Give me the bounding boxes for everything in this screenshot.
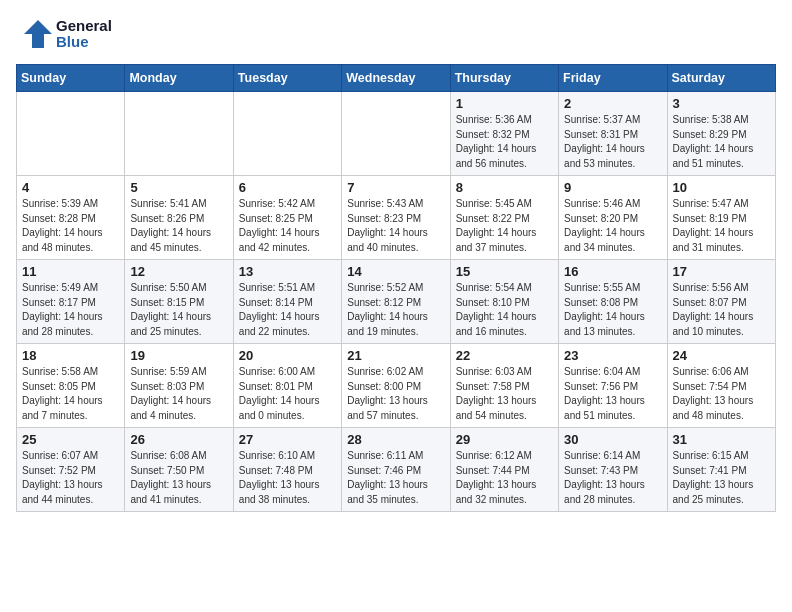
calendar-cell: 17Sunrise: 5:56 AM Sunset: 8:07 PM Dayli… bbox=[667, 260, 775, 344]
calendar-cell: 19Sunrise: 5:59 AM Sunset: 8:03 PM Dayli… bbox=[125, 344, 233, 428]
cell-info: Sunrise: 5:45 AM Sunset: 8:22 PM Dayligh… bbox=[456, 197, 553, 255]
calendar-cell: 26Sunrise: 6:08 AM Sunset: 7:50 PM Dayli… bbox=[125, 428, 233, 512]
calendar-cell: 24Sunrise: 6:06 AM Sunset: 7:54 PM Dayli… bbox=[667, 344, 775, 428]
cell-info: Sunrise: 6:10 AM Sunset: 7:48 PM Dayligh… bbox=[239, 449, 336, 507]
cell-info: Sunrise: 5:47 AM Sunset: 8:19 PM Dayligh… bbox=[673, 197, 770, 255]
cell-info: Sunrise: 5:43 AM Sunset: 8:23 PM Dayligh… bbox=[347, 197, 444, 255]
day-number: 9 bbox=[564, 180, 661, 195]
calendar-week-row: 1Sunrise: 5:36 AM Sunset: 8:32 PM Daylig… bbox=[17, 92, 776, 176]
day-number: 19 bbox=[130, 348, 227, 363]
cell-info: Sunrise: 6:15 AM Sunset: 7:41 PM Dayligh… bbox=[673, 449, 770, 507]
calendar-cell: 9Sunrise: 5:46 AM Sunset: 8:20 PM Daylig… bbox=[559, 176, 667, 260]
calendar-cell: 12Sunrise: 5:50 AM Sunset: 8:15 PM Dayli… bbox=[125, 260, 233, 344]
calendar-week-row: 18Sunrise: 5:58 AM Sunset: 8:05 PM Dayli… bbox=[17, 344, 776, 428]
cell-info: Sunrise: 5:39 AM Sunset: 8:28 PM Dayligh… bbox=[22, 197, 119, 255]
calendar-cell: 10Sunrise: 5:47 AM Sunset: 8:19 PM Dayli… bbox=[667, 176, 775, 260]
cell-info: Sunrise: 6:02 AM Sunset: 8:00 PM Dayligh… bbox=[347, 365, 444, 423]
calendar-header-row: SundayMondayTuesdayWednesdayThursdayFrid… bbox=[17, 65, 776, 92]
day-number: 16 bbox=[564, 264, 661, 279]
calendar-cell: 22Sunrise: 6:03 AM Sunset: 7:58 PM Dayli… bbox=[450, 344, 558, 428]
calendar-cell: 23Sunrise: 6:04 AM Sunset: 7:56 PM Dayli… bbox=[559, 344, 667, 428]
calendar-cell: 21Sunrise: 6:02 AM Sunset: 8:00 PM Dayli… bbox=[342, 344, 450, 428]
header-saturday: Saturday bbox=[667, 65, 775, 92]
page-header: GeneralBlue bbox=[16, 16, 776, 52]
calendar-cell: 4Sunrise: 5:39 AM Sunset: 8:28 PM Daylig… bbox=[17, 176, 125, 260]
cell-info: Sunrise: 5:41 AM Sunset: 8:26 PM Dayligh… bbox=[130, 197, 227, 255]
day-number: 7 bbox=[347, 180, 444, 195]
logo: GeneralBlue bbox=[16, 16, 112, 52]
calendar-cell: 31Sunrise: 6:15 AM Sunset: 7:41 PM Dayli… bbox=[667, 428, 775, 512]
cell-info: Sunrise: 5:51 AM Sunset: 8:14 PM Dayligh… bbox=[239, 281, 336, 339]
calendar-table: SundayMondayTuesdayWednesdayThursdayFrid… bbox=[16, 64, 776, 512]
day-number: 10 bbox=[673, 180, 770, 195]
cell-info: Sunrise: 6:11 AM Sunset: 7:46 PM Dayligh… bbox=[347, 449, 444, 507]
day-number: 31 bbox=[673, 432, 770, 447]
day-number: 8 bbox=[456, 180, 553, 195]
day-number: 2 bbox=[564, 96, 661, 111]
day-number: 27 bbox=[239, 432, 336, 447]
cell-info: Sunrise: 5:50 AM Sunset: 8:15 PM Dayligh… bbox=[130, 281, 227, 339]
cell-info: Sunrise: 6:12 AM Sunset: 7:44 PM Dayligh… bbox=[456, 449, 553, 507]
day-number: 1 bbox=[456, 96, 553, 111]
cell-info: Sunrise: 5:55 AM Sunset: 8:08 PM Dayligh… bbox=[564, 281, 661, 339]
calendar-cell: 3Sunrise: 5:38 AM Sunset: 8:29 PM Daylig… bbox=[667, 92, 775, 176]
day-number: 22 bbox=[456, 348, 553, 363]
cell-info: Sunrise: 6:03 AM Sunset: 7:58 PM Dayligh… bbox=[456, 365, 553, 423]
day-number: 28 bbox=[347, 432, 444, 447]
day-number: 11 bbox=[22, 264, 119, 279]
cell-info: Sunrise: 6:08 AM Sunset: 7:50 PM Dayligh… bbox=[130, 449, 227, 507]
calendar-cell: 29Sunrise: 6:12 AM Sunset: 7:44 PM Dayli… bbox=[450, 428, 558, 512]
header-thursday: Thursday bbox=[450, 65, 558, 92]
calendar-cell: 8Sunrise: 5:45 AM Sunset: 8:22 PM Daylig… bbox=[450, 176, 558, 260]
day-number: 6 bbox=[239, 180, 336, 195]
cell-info: Sunrise: 5:36 AM Sunset: 8:32 PM Dayligh… bbox=[456, 113, 553, 171]
day-number: 24 bbox=[673, 348, 770, 363]
calendar-week-row: 25Sunrise: 6:07 AM Sunset: 7:52 PM Dayli… bbox=[17, 428, 776, 512]
cell-info: Sunrise: 5:38 AM Sunset: 8:29 PM Dayligh… bbox=[673, 113, 770, 171]
calendar-cell: 27Sunrise: 6:10 AM Sunset: 7:48 PM Dayli… bbox=[233, 428, 341, 512]
header-wednesday: Wednesday bbox=[342, 65, 450, 92]
cell-info: Sunrise: 6:04 AM Sunset: 7:56 PM Dayligh… bbox=[564, 365, 661, 423]
cell-info: Sunrise: 6:14 AM Sunset: 7:43 PM Dayligh… bbox=[564, 449, 661, 507]
cell-info: Sunrise: 6:07 AM Sunset: 7:52 PM Dayligh… bbox=[22, 449, 119, 507]
calendar-cell: 15Sunrise: 5:54 AM Sunset: 8:10 PM Dayli… bbox=[450, 260, 558, 344]
logo-icon bbox=[16, 16, 52, 52]
calendar-cell: 1Sunrise: 5:36 AM Sunset: 8:32 PM Daylig… bbox=[450, 92, 558, 176]
calendar-cell: 28Sunrise: 6:11 AM Sunset: 7:46 PM Dayli… bbox=[342, 428, 450, 512]
day-number: 17 bbox=[673, 264, 770, 279]
day-number: 13 bbox=[239, 264, 336, 279]
header-monday: Monday bbox=[125, 65, 233, 92]
day-number: 3 bbox=[673, 96, 770, 111]
cell-info: Sunrise: 5:54 AM Sunset: 8:10 PM Dayligh… bbox=[456, 281, 553, 339]
day-number: 30 bbox=[564, 432, 661, 447]
calendar-cell: 13Sunrise: 5:51 AM Sunset: 8:14 PM Dayli… bbox=[233, 260, 341, 344]
calendar-cell: 7Sunrise: 5:43 AM Sunset: 8:23 PM Daylig… bbox=[342, 176, 450, 260]
day-number: 21 bbox=[347, 348, 444, 363]
day-number: 25 bbox=[22, 432, 119, 447]
calendar-cell: 6Sunrise: 5:42 AM Sunset: 8:25 PM Daylig… bbox=[233, 176, 341, 260]
calendar-cell: 5Sunrise: 5:41 AM Sunset: 8:26 PM Daylig… bbox=[125, 176, 233, 260]
cell-info: Sunrise: 5:42 AM Sunset: 8:25 PM Dayligh… bbox=[239, 197, 336, 255]
calendar-cell: 25Sunrise: 6:07 AM Sunset: 7:52 PM Dayli… bbox=[17, 428, 125, 512]
cell-info: Sunrise: 5:56 AM Sunset: 8:07 PM Dayligh… bbox=[673, 281, 770, 339]
day-number: 29 bbox=[456, 432, 553, 447]
calendar-cell: 2Sunrise: 5:37 AM Sunset: 8:31 PM Daylig… bbox=[559, 92, 667, 176]
day-number: 12 bbox=[130, 264, 227, 279]
header-tuesday: Tuesday bbox=[233, 65, 341, 92]
calendar-cell bbox=[342, 92, 450, 176]
day-number: 26 bbox=[130, 432, 227, 447]
cell-info: Sunrise: 5:52 AM Sunset: 8:12 PM Dayligh… bbox=[347, 281, 444, 339]
day-number: 18 bbox=[22, 348, 119, 363]
day-number: 4 bbox=[22, 180, 119, 195]
day-number: 14 bbox=[347, 264, 444, 279]
cell-info: Sunrise: 5:37 AM Sunset: 8:31 PM Dayligh… bbox=[564, 113, 661, 171]
calendar-cell: 16Sunrise: 5:55 AM Sunset: 8:08 PM Dayli… bbox=[559, 260, 667, 344]
calendar-cell: 14Sunrise: 5:52 AM Sunset: 8:12 PM Dayli… bbox=[342, 260, 450, 344]
cell-info: Sunrise: 6:06 AM Sunset: 7:54 PM Dayligh… bbox=[673, 365, 770, 423]
calendar-week-row: 4Sunrise: 5:39 AM Sunset: 8:28 PM Daylig… bbox=[17, 176, 776, 260]
calendar-cell bbox=[17, 92, 125, 176]
svg-marker-0 bbox=[24, 20, 52, 48]
day-number: 23 bbox=[564, 348, 661, 363]
day-number: 5 bbox=[130, 180, 227, 195]
calendar-week-row: 11Sunrise: 5:49 AM Sunset: 8:17 PM Dayli… bbox=[17, 260, 776, 344]
